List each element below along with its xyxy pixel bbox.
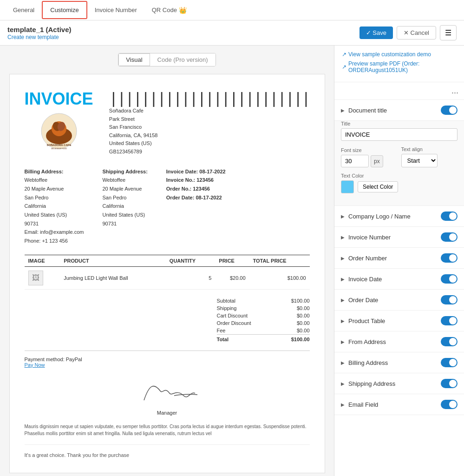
- shipping-address-toggle[interactable]: [441, 379, 457, 388]
- document-title-content: Title Font size px Text align St: [334, 120, 464, 205]
- signature-svg: [135, 377, 200, 405]
- footer-text: Mauris dignissim neque ut sapien vulputa…: [25, 423, 310, 437]
- section-email-field-header[interactable]: ▶ Email Field: [334, 394, 464, 415]
- demo-link[interactable]: ↗ View sample customization demo: [342, 51, 457, 58]
- external-link-icon-2: ↗: [342, 64, 346, 70]
- section-email-field: ▶ Email Field: [334, 394, 464, 415]
- chevron-icon-8: ▶: [341, 339, 345, 344]
- invoice-title: INVOICE: [25, 89, 93, 109]
- preview-link[interactable]: ↗ Preview sample PDF (Order: ORDERAugust…: [342, 60, 457, 73]
- view-toggle: Visual Code (Pro version): [7, 53, 327, 66]
- totals-table: Subtotal $100.00 Shipping $0.00 Cart Dis…: [217, 297, 310, 343]
- select-color-button[interactable]: Select Color: [358, 181, 398, 192]
- pay-now-link[interactable]: Pay Now: [25, 362, 45, 368]
- barcode-section: ||||||||||||||||||||||||| Soñadora Cafe …: [109, 89, 310, 156]
- section-company-logo: ▶ Company Logo / Name: [334, 206, 464, 227]
- chevron-icon-11: ▶: [341, 402, 345, 407]
- billing-address-block: Billing Address: Webtoffee 20 Maple Aven…: [25, 167, 84, 245]
- text-color-group: Text Color Select Color: [341, 173, 457, 193]
- visual-toggle[interactable]: Visual: [118, 53, 150, 66]
- section-invoice-date-header[interactable]: ▶ Invoice Date: [334, 269, 464, 289]
- more-options-button[interactable]: ...: [334, 82, 464, 100]
- chevron-icon-6: ▶: [341, 298, 345, 303]
- text-align-field: Text align Start Center End: [401, 146, 458, 167]
- col-image: IMAGE: [25, 255, 60, 266]
- tab-qr-code[interactable]: QR Code 👑: [144, 2, 194, 19]
- section-billing-address-header[interactable]: ▶ Billing Address: [334, 352, 464, 373]
- left-panel: Visual Code (Pro version) INVOICE SOÑADO…: [0, 46, 334, 476]
- company-logo-section: SOÑADORA CAFE DELICIOUS FOOD: [25, 112, 93, 151]
- shipping-row: Shipping $0.00: [217, 304, 310, 312]
- total-row: Total $100.00: [217, 334, 310, 343]
- right-panel-links: ↗ View sample customization demo ↗ Previ…: [334, 46, 464, 82]
- svg-text:DELICIOUS FOOD: DELICIOUS FOOD: [51, 147, 66, 150]
- cancel-button[interactable]: ✕ Cancel: [397, 26, 436, 40]
- email-field-toggle[interactable]: [441, 400, 457, 409]
- section-billing-address: ▶ Billing Address: [334, 352, 464, 373]
- color-field: Select Color: [341, 180, 457, 193]
- font-size-field: Font size px: [341, 147, 398, 167]
- menu-button[interactable]: ☰: [440, 25, 457, 40]
- chevron-icon-3: ▶: [341, 235, 345, 240]
- billing-address-toggle[interactable]: [441, 358, 457, 367]
- code-toggle[interactable]: Code (Pro version): [150, 53, 216, 66]
- fee-row: Fee $0.00: [217, 327, 310, 334]
- order-date-toggle[interactable]: [441, 295, 457, 304]
- document-title-toggle[interactable]: [441, 106, 457, 115]
- from-address-toggle[interactable]: [441, 337, 457, 346]
- invoice-header: INVOICE SOÑADORA CAFE DELICIOUS FOOD: [25, 89, 310, 156]
- tab-invoice-number[interactable]: Invoice Number: [87, 2, 144, 18]
- crown-icon: 👑: [179, 7, 187, 14]
- invoice-date-toggle[interactable]: [441, 274, 457, 284]
- order-number-toggle[interactable]: [441, 253, 457, 263]
- tab-general[interactable]: General: [6, 2, 42, 18]
- section-order-date-header[interactable]: ▶ Order Date: [334, 290, 464, 310]
- section-document-title-header[interactable]: ▶ Document title: [334, 100, 464, 120]
- row-product: Jumbing LED Light Wall Ball: [60, 266, 166, 289]
- save-button[interactable]: ✓ Save: [359, 26, 393, 39]
- tab-customize[interactable]: Customize: [42, 1, 87, 19]
- create-new-link[interactable]: Create new template: [7, 34, 59, 40]
- chevron-icon-10: ▶: [341, 381, 345, 386]
- signature-section: Manager: [25, 377, 310, 416]
- row-quantity: 5: [166, 266, 215, 289]
- row-total: $100.00: [249, 266, 310, 289]
- page-header: template_1 (Active) Create new template …: [0, 20, 464, 46]
- section-invoice-number-header[interactable]: ▶ Invoice Number: [334, 227, 464, 247]
- font-size-input[interactable]: [341, 155, 369, 167]
- toggle-group: Visual Code (Pro version): [118, 53, 216, 66]
- font-size-align-group: Font size px Text align Start Center End: [341, 146, 457, 167]
- section-shipping-address: ▶ Shipping Address: [334, 373, 464, 394]
- section-shipping-address-header[interactable]: ▶ Shipping Address: [334, 373, 464, 394]
- section-document-title: ▶ Document title Title Font size px: [334, 100, 464, 206]
- section-from-address: ▶ From Address: [334, 331, 464, 352]
- chevron-icon-5: ▶: [341, 277, 345, 282]
- footer-message: It's a great choice. Thank you for the p…: [25, 444, 310, 458]
- col-quantity: QUANTITY: [166, 255, 215, 266]
- section-order-date: ▶ Order Date: [334, 290, 464, 311]
- chevron-icon-2: ▶: [341, 214, 345, 219]
- section-from-address-header[interactable]: ▶ From Address: [334, 331, 464, 352]
- text-align-select[interactable]: Start Center End: [401, 154, 438, 167]
- section-product-table-header[interactable]: ▶ Product Table: [334, 311, 464, 331]
- row-image: 🖼: [25, 266, 60, 289]
- title-input[interactable]: [341, 128, 457, 141]
- invoice-number-toggle[interactable]: [441, 232, 457, 242]
- col-price: PRICE: [215, 255, 249, 266]
- external-link-icon: ↗: [342, 51, 346, 58]
- chevron-icon-7: ▶: [341, 318, 345, 324]
- page-title-section: template_1 (Active) Create new template: [7, 26, 72, 40]
- invoice-preview: INVOICE SOÑADORA CAFE DELICIOUS FOOD: [9, 74, 325, 473]
- barcode: |||||||||||||||||||||||||: [109, 89, 310, 107]
- main-layout: Visual Code (Pro version) INVOICE SOÑADO…: [0, 46, 464, 476]
- section-company-logo-header[interactable]: ▶ Company Logo / Name: [334, 206, 464, 226]
- signature: [25, 377, 310, 408]
- product-image-placeholder: 🖼: [28, 271, 43, 285]
- right-panel: ↗ View sample customization demo ↗ Previ…: [334, 46, 464, 476]
- color-swatch[interactable]: [341, 180, 354, 193]
- product-table-toggle[interactable]: [441, 316, 457, 325]
- manager-label: Manager: [25, 410, 310, 416]
- section-order-number-header[interactable]: ▶ Order Number: [334, 248, 464, 268]
- addresses-section: Billing Address: Webtoffee 20 Maple Aven…: [25, 167, 310, 245]
- company-logo-toggle[interactable]: [441, 212, 457, 221]
